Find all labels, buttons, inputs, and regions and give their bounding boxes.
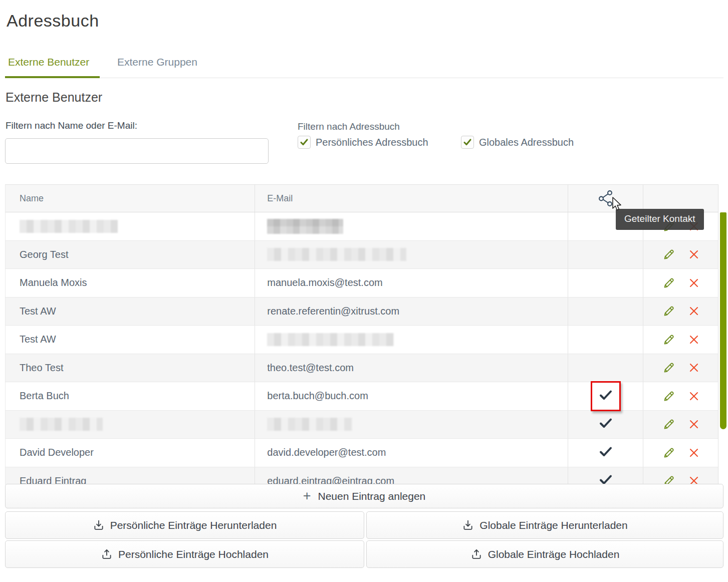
cell-actions xyxy=(643,269,718,297)
download-personal-entries-button[interactable]: Persönliche Einträge Herunterladen xyxy=(5,511,364,539)
share-icon[interactable] xyxy=(598,190,613,207)
cell-shared xyxy=(568,467,643,485)
cell-email: renate.referentin@xitrust.com xyxy=(255,298,568,326)
edit-pencil-icon[interactable] xyxy=(662,418,675,431)
table-row: Test AW renate.referentin@xitrust.com xyxy=(6,298,718,326)
redacted-name xyxy=(20,418,103,431)
edit-pencil-icon[interactable] xyxy=(662,474,675,485)
table-row: Georg Test xyxy=(6,241,718,269)
cell-actions xyxy=(643,298,718,326)
edit-pencil-icon[interactable] xyxy=(662,305,675,318)
tab-externe-gruppen[interactable]: Externe Gruppen xyxy=(117,56,197,68)
cell-email: david.developer@test.com xyxy=(255,439,568,467)
cell-shared xyxy=(568,411,643,439)
column-header-email: E-Mail xyxy=(255,185,568,212)
email-value: manuela.moxis@test.com xyxy=(267,277,382,288)
table-body: Georg Test Manuela Moxis manuela.moxis@t… xyxy=(6,212,718,485)
redacted-email xyxy=(267,418,352,431)
cell-shared xyxy=(568,326,643,354)
delete-x-icon[interactable] xyxy=(688,249,699,260)
name-value: Theo Test xyxy=(20,362,63,374)
cell-shared xyxy=(568,354,643,382)
cell-actions xyxy=(643,439,718,467)
cell-actions xyxy=(643,467,718,485)
shared-check-icon xyxy=(599,474,613,485)
delete-x-icon[interactable] xyxy=(688,306,699,317)
upload-icon xyxy=(470,548,482,560)
cell-name: Berta Buch xyxy=(6,382,255,410)
shared-check-icon xyxy=(599,417,613,429)
shared-contact-indicator xyxy=(599,417,613,431)
redacted-email xyxy=(267,219,343,234)
table-row: David Developer david.developer@test.com xyxy=(6,439,718,467)
edit-pencil-icon[interactable] xyxy=(662,390,675,403)
table-row xyxy=(6,212,718,241)
name-value: Test AW xyxy=(20,334,56,345)
delete-x-icon[interactable] xyxy=(688,334,699,345)
name-value: Test AW xyxy=(20,306,56,317)
table-row: Manuela Moxis manuela.moxis@test.com xyxy=(6,269,718,298)
shared-contact-indicator xyxy=(599,474,613,485)
button-label: Persönliche Einträge Hochladen xyxy=(118,548,269,560)
checkbox-global-addressbook[interactable] xyxy=(461,136,474,149)
page-title: Adressbuch xyxy=(7,11,99,31)
button-label: Persönliche Einträge Herunterladen xyxy=(110,519,277,531)
edit-pencil-icon[interactable] xyxy=(662,333,675,346)
name-value: Manuela Moxis xyxy=(20,277,87,288)
cell-actions xyxy=(643,411,718,439)
delete-x-icon[interactable] xyxy=(688,362,699,373)
cell-shared xyxy=(568,269,643,297)
edit-pencil-icon[interactable] xyxy=(662,248,675,261)
cell-name xyxy=(6,411,255,439)
column-header-actions xyxy=(643,185,718,212)
section-title: Externe Benutzer xyxy=(6,90,102,105)
cell-email xyxy=(255,326,568,354)
edit-pencil-icon[interactable] xyxy=(662,446,675,459)
checkbox-personal-label: Persönliches Adressbuch xyxy=(316,137,428,148)
table-row: Eduard Eintrag eduard.eintrag@eintrag.co… xyxy=(6,467,718,485)
redacted-email xyxy=(267,333,394,346)
delete-x-icon[interactable] xyxy=(688,447,699,458)
edit-pencil-icon[interactable] xyxy=(662,361,675,374)
cell-email: berta.buch@buch.com xyxy=(255,382,568,410)
name-value: David Developer xyxy=(20,447,94,458)
email-value: theo.test@test.com xyxy=(267,362,354,374)
tab-externe-benutzer[interactable]: Externe Benutzer xyxy=(8,56,89,68)
checkbox-personal-addressbook[interactable] xyxy=(298,136,311,149)
name-filter-input[interactable] xyxy=(5,138,269,164)
cell-actions xyxy=(643,354,718,382)
scrollbar-thumb[interactable] xyxy=(720,212,726,429)
upload-personal-entries-button[interactable]: Persönliche Einträge Hochladen xyxy=(5,540,364,568)
shared-contact-indicator xyxy=(599,446,613,460)
cell-shared xyxy=(568,241,643,269)
plus-icon: + xyxy=(303,489,311,503)
cell-shared xyxy=(568,298,643,326)
cell-name: Test AW xyxy=(6,298,255,326)
download-global-entries-button[interactable]: Globale Einträge Herunterladen xyxy=(366,511,723,539)
new-entry-button[interactable]: + Neuen Eintrag anlegen xyxy=(5,484,723,508)
cell-name xyxy=(6,212,255,240)
cell-actions xyxy=(643,326,718,354)
cell-email: eduard.eintrag@eintrag.com xyxy=(255,467,568,485)
redacted-name xyxy=(20,220,118,233)
cell-name: Test AW xyxy=(6,326,255,354)
shared-check-icon xyxy=(599,446,613,458)
checkmark-icon xyxy=(300,138,309,147)
name-value: Georg Test xyxy=(20,249,68,260)
column-header-name: Name xyxy=(6,185,255,212)
upload-global-entries-button[interactable]: Globale Einträge Hochladen xyxy=(366,540,723,568)
cell-email xyxy=(255,212,568,240)
tooltip-geteilter-kontakt: Geteilter Kontakt xyxy=(616,209,704,230)
cell-shared xyxy=(568,439,643,467)
delete-x-icon[interactable] xyxy=(688,419,699,430)
delete-x-icon[interactable] xyxy=(688,277,699,288)
button-label: Globale Einträge Hochladen xyxy=(488,548,620,560)
cell-name: Eduard Eintrag xyxy=(6,467,255,485)
delete-x-icon[interactable] xyxy=(688,391,699,402)
name-filter-label: Filtern nach Name oder E-Mail: xyxy=(6,120,137,131)
addressbook-filter-label: Filtern nach Adressbuch xyxy=(298,121,400,132)
new-entry-label: Neuen Eintrag anlegen xyxy=(318,490,425,502)
edit-pencil-icon[interactable] xyxy=(662,276,675,289)
external-users-table: Name E-Mail Georg Test xyxy=(5,184,718,485)
download-icon xyxy=(462,519,474,531)
